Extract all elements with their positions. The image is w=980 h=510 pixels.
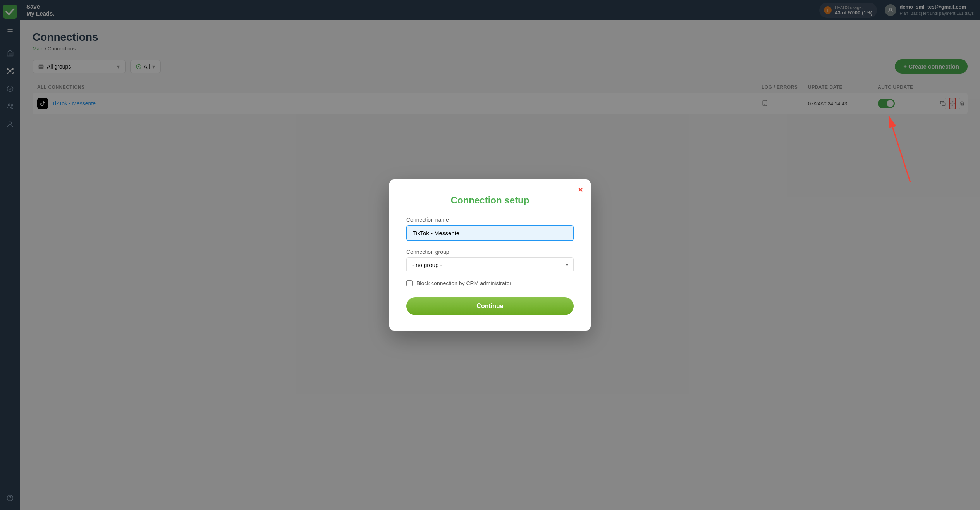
modal-close-button[interactable]: × — [578, 186, 583, 194]
block-connection-label: Block connection by CRM administrator — [416, 280, 511, 286]
connection-group-group: Connection group - no group - Group 1 Gr… — [406, 249, 574, 272]
connection-name-label: Connection name — [406, 217, 574, 223]
modal-title: Connection setup — [406, 195, 574, 206]
block-connection-row: Block connection by CRM administrator — [406, 280, 574, 286]
modal: × Connection setup Connection name Conne… — [389, 179, 591, 331]
continue-button[interactable]: Continue — [406, 297, 574, 315]
connection-name-group: Connection name — [406, 217, 574, 241]
block-connection-checkbox[interactable] — [406, 280, 413, 286]
connection-group-select[interactable]: - no group - Group 1 Group 2 — [406, 257, 574, 272]
connection-name-input[interactable] — [406, 225, 574, 241]
modal-overlay[interactable]: × Connection setup Connection name Conne… — [0, 0, 980, 510]
connection-group-label: Connection group — [406, 249, 574, 255]
connection-group-wrapper: - no group - Group 1 Group 2 ▾ — [406, 257, 574, 272]
